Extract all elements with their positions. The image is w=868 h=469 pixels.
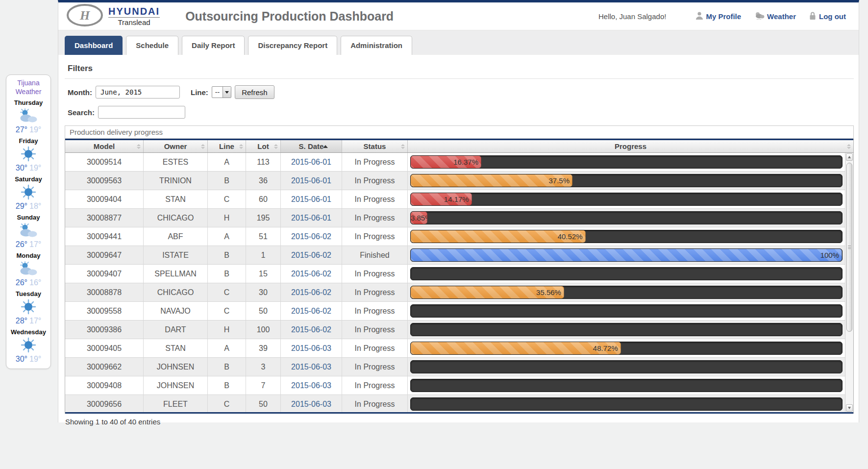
progress-bar: 48.72% bbox=[410, 342, 843, 355]
my-profile-link[interactable]: My Profile bbox=[695, 11, 741, 22]
cell-model: 30009405 bbox=[65, 339, 144, 357]
cell-progress: 14.17% bbox=[408, 190, 845, 208]
progress-label: 40.52% bbox=[411, 232, 585, 241]
cell-s-date[interactable]: 2015-06-03 bbox=[281, 376, 342, 395]
line-select[interactable]: -- bbox=[212, 86, 231, 98]
weather-day: Friday30°19° bbox=[8, 137, 49, 173]
svg-text:H: H bbox=[79, 8, 90, 23]
temp-low: 19° bbox=[29, 164, 41, 172]
progress-bar: 16.37% bbox=[410, 155, 843, 169]
cell-progress bbox=[408, 395, 845, 413]
tab-daily-report[interactable]: Daily Report bbox=[182, 36, 245, 55]
hyundai-logo-icon: H bbox=[66, 4, 103, 28]
cell-lot: 60 bbox=[246, 190, 281, 208]
progress-bar bbox=[410, 323, 843, 336]
month-input[interactable] bbox=[96, 86, 180, 99]
table-row: 30009558NAVAJOC502015-06-02In Progress bbox=[65, 302, 845, 321]
cell-model: 30009386 bbox=[65, 321, 144, 339]
cell-model: 30008878 bbox=[65, 283, 144, 301]
cell-status: In Progress bbox=[342, 339, 408, 357]
cell-s-date[interactable]: 2015-06-02 bbox=[281, 302, 342, 320]
tab-administration[interactable]: Administration bbox=[341, 36, 412, 55]
table-caption: Production delivery progress bbox=[65, 125, 854, 139]
cell-s-date[interactable]: 2015-06-02 bbox=[281, 283, 342, 301]
day-name: Friday bbox=[8, 137, 49, 145]
cell-line: C bbox=[208, 395, 246, 413]
weather-icon bbox=[754, 11, 767, 22]
tab-dashboard[interactable]: Dashboard bbox=[65, 36, 123, 55]
table-row: 30009441ABFA512015-06-02In Progress40.52… bbox=[65, 227, 845, 246]
logout-link[interactable]: Log out bbox=[809, 11, 846, 22]
search-row: Search: bbox=[68, 105, 854, 119]
cell-status: In Progress bbox=[342, 321, 408, 339]
column-header-s-date[interactable]: S. Date bbox=[281, 140, 342, 152]
table-row: 30008877CHICAGOH1952015-06-01In Progress… bbox=[65, 209, 845, 227]
table-scrollbar[interactable] bbox=[845, 153, 853, 412]
cell-s-date[interactable]: 2015-06-01 bbox=[281, 172, 342, 190]
cell-s-date[interactable]: 2015-06-01 bbox=[281, 209, 342, 227]
cell-s-date[interactable]: 2015-06-02 bbox=[281, 265, 342, 283]
progress-label: 48.72% bbox=[411, 344, 620, 352]
cell-s-date[interactable]: 2015-06-03 bbox=[281, 339, 342, 357]
brand: H HYUNDAI Translead bbox=[66, 4, 160, 28]
column-header-status[interactable]: Status bbox=[342, 140, 408, 152]
cell-line: C bbox=[208, 302, 246, 320]
filters-divider bbox=[65, 78, 854, 79]
cell-owner: JOHNSEN bbox=[144, 358, 208, 376]
cell-s-date[interactable]: 2015-06-01 bbox=[281, 153, 342, 171]
weather-widget-title[interactable]: Tijuana Weather bbox=[8, 79, 49, 96]
progress-bar: 100% bbox=[410, 248, 843, 262]
cell-status: In Progress bbox=[342, 227, 408, 246]
cell-line: A bbox=[208, 227, 246, 246]
progress-bar: 35.56% bbox=[410, 286, 843, 299]
cell-s-date[interactable]: 2015-06-02 bbox=[281, 246, 342, 264]
temp-high: 26° bbox=[16, 278, 27, 287]
cell-lot: 36 bbox=[246, 172, 281, 190]
cell-s-date[interactable]: 2015-06-03 bbox=[281, 395, 342, 413]
column-header-line[interactable]: Line bbox=[208, 140, 246, 152]
table-footer: Showing 1 to 40 of 40 entries bbox=[65, 418, 854, 426]
tab-schedule[interactable]: Schedule bbox=[126, 36, 178, 55]
weather-link[interactable]: Weather bbox=[754, 11, 796, 22]
cell-status: Finished bbox=[342, 246, 408, 264]
cell-status: In Progress bbox=[342, 265, 408, 283]
cell-owner: SPELLMAN bbox=[144, 265, 208, 283]
cell-line: B bbox=[208, 172, 246, 190]
column-header-lot[interactable]: Lot bbox=[246, 140, 281, 152]
cell-model: 30009407 bbox=[65, 265, 144, 283]
cell-progress: 48.72% bbox=[408, 339, 845, 357]
cell-s-date[interactable]: 2015-06-02 bbox=[281, 321, 342, 339]
search-input[interactable] bbox=[98, 106, 185, 119]
temp-high: 27° bbox=[16, 125, 27, 134]
cell-status: In Progress bbox=[342, 376, 408, 395]
weather-day: Monday26°16° bbox=[8, 252, 49, 287]
cell-line: B bbox=[208, 376, 246, 395]
temp-low: 17° bbox=[29, 317, 41, 325]
column-header-progress[interactable]: Progress bbox=[408, 140, 853, 152]
cell-model: 30009404 bbox=[65, 190, 144, 208]
tab-bar: DashboardScheduleDaily ReportDiscrepancy… bbox=[58, 30, 859, 55]
cell-s-date[interactable]: 2015-06-01 bbox=[281, 190, 342, 208]
day-name: Thursday bbox=[8, 99, 49, 106]
progress-bar bbox=[410, 360, 843, 373]
column-header-model[interactable]: Model bbox=[65, 140, 144, 152]
partly-cloudy-icon bbox=[8, 222, 49, 240]
scroll-thumb[interactable] bbox=[846, 163, 852, 332]
user-greeting: Hello, Juan Salgado! bbox=[598, 12, 666, 21]
refresh-button[interactable]: Refresh bbox=[235, 85, 274, 99]
scroll-up-button[interactable] bbox=[846, 153, 853, 161]
cell-s-date[interactable]: 2015-06-03 bbox=[281, 358, 342, 376]
cell-line: A bbox=[208, 153, 246, 171]
cell-progress: 40.52% bbox=[408, 227, 845, 246]
progress-bar bbox=[410, 304, 843, 318]
cell-owner: ESTES bbox=[144, 153, 208, 171]
cell-owner: NAVAJO bbox=[144, 302, 208, 320]
table-header-row: ModelOwnerLineLotS. DateStatusProgress bbox=[65, 139, 853, 153]
main-panel: H HYUNDAI Translead Outsourcing Producti… bbox=[58, 0, 859, 422]
table-row: 30009405STANA392015-06-03In Progress48.7… bbox=[65, 339, 845, 358]
cell-lot: 100 bbox=[246, 321, 281, 339]
scroll-down-button[interactable] bbox=[846, 404, 853, 412]
column-header-owner[interactable]: Owner bbox=[144, 140, 208, 152]
tab-discrepancy-report[interactable]: Discrepancy Report bbox=[248, 36, 337, 55]
cell-s-date[interactable]: 2015-06-02 bbox=[281, 227, 342, 246]
